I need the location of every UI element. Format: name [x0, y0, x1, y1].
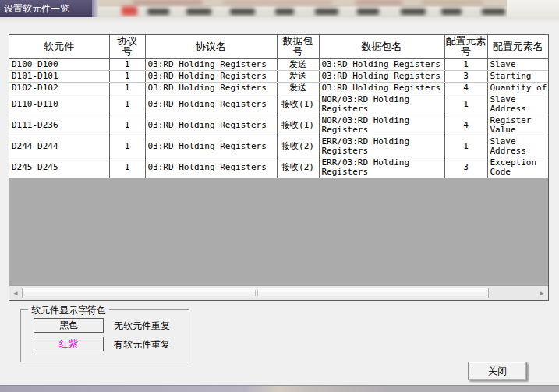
cell-packet-no: 接收(2) [277, 157, 319, 178]
table-header-row: 软元件 协议号 协议名 数据包号 数据包名 配置元素号 配置元素名 [9, 35, 548, 58]
cell-protocol-no: 1 [109, 157, 145, 178]
cell-packet-name: NOR/03:RD Holding Registers [319, 94, 444, 115]
column-header-packet-name: 数据包名 [319, 35, 444, 58]
blur-blob [356, 0, 402, 5]
no-duplicate-label: 无软元件重复 [114, 320, 170, 333]
titlebar-bottom-glass [0, 17, 559, 23]
page-title: 设置软元件一览 [0, 0, 92, 17]
cell-protocol-no: 1 [109, 94, 145, 115]
blur-blob [401, 9, 426, 15]
cell-element-name: Quantity of [487, 82, 548, 94]
cell-device: D100-D100 [9, 58, 109, 70]
blur-blob [421, 0, 483, 5]
cell-packet-no: 接收(1) [277, 115, 319, 136]
cell-protocol-no: 1 [109, 70, 145, 82]
cell-device: D244-D244 [9, 136, 109, 157]
close-dialog-button[interactable]: 关闭 [468, 362, 527, 380]
column-header-device: 软元件 [9, 35, 109, 58]
cell-element-name: Slave Address [487, 136, 548, 157]
column-header-element-name: 配置元素名 [487, 35, 548, 58]
cell-packet-name: ERR/03:RD Holding Registers [319, 157, 444, 178]
blur-blob [275, 9, 294, 15]
column-header-packet-no: 数据包号 [277, 35, 319, 58]
cell-packet-no: 接收(1) [277, 94, 319, 115]
scroll-right-icon: ► [539, 290, 545, 297]
window-bottom-edge [0, 385, 559, 392]
scroll-left-icon: ◄ [12, 290, 19, 297]
legend-group-title: 软元件显示字符色 [28, 304, 109, 317]
table-row: D245-D245 1 03:RD Holding Registers 接收(2… [9, 157, 548, 178]
background-window-blur [98, 0, 507, 17]
cell-element-no: 1 [444, 94, 487, 115]
blur-blob [315, 9, 338, 15]
cell-packet-name: 03:RD Holding Registers [319, 70, 444, 82]
cell-protocol-no: 1 [109, 82, 145, 94]
cell-protocol-name: 03:RD Holding Registers [145, 136, 277, 157]
cell-protocol-no: 1 [109, 136, 145, 157]
table-row: D100-D100 1 03:RD Holding Registers 发送 0… [9, 58, 548, 70]
scroll-right-button[interactable]: ► [536, 286, 548, 300]
cell-device: D110-D110 [9, 94, 109, 115]
cell-packet-name: NOR/03:RD Holding Registers [319, 115, 444, 136]
cell-packet-name: 03:RD Holding Registers [319, 82, 444, 94]
duplicate-label: 有软元件重复 [114, 338, 170, 351]
cell-element-name: Slave Address [487, 94, 548, 115]
magenta-color-swatch-button[interactable]: 红紫 [34, 337, 104, 351]
cell-packet-name: ERR/03:RD Holding Registers [319, 136, 444, 157]
cell-protocol-no: 1 [109, 115, 145, 136]
cell-protocol-name: 03:RD Holding Registers [145, 70, 277, 82]
blur-red-icon [122, 6, 137, 16]
table-row: D102-D102 1 03:RD Holding Registers 发送 0… [9, 82, 548, 94]
thumb-grip [253, 290, 253, 296]
column-header-element-no: 配置元素号 [444, 35, 487, 58]
horizontal-scrollbar[interactable]: ◄ ► [9, 285, 548, 300]
table-row: D101-D101 1 03:RD Holding Registers 发送 0… [9, 70, 548, 82]
cell-device: D111-D236 [9, 115, 109, 136]
table-row: D110-D110 1 03:RD Holding Registers 接收(1… [9, 94, 548, 115]
scroll-left-button[interactable]: ◄ [9, 286, 22, 300]
cell-element-no: 4 [444, 115, 487, 136]
titlebar-glass-edge [92, 0, 98, 17]
blur-blob [223, 0, 332, 5]
cell-protocol-name: 03:RD Holding Registers [145, 82, 277, 94]
cell-protocol-name: 03:RD Holding Registers [145, 157, 277, 178]
blur-blob [230, 9, 255, 15]
column-header-protocol-no: 协议号 [109, 35, 145, 58]
cell-element-no: 1 [444, 58, 487, 70]
black-color-swatch-button[interactable]: 黑色 [34, 318, 104, 333]
cell-device: D102-D102 [9, 82, 109, 94]
dialog-titlebar: 设置软元件一览 × [0, 0, 559, 17]
cell-element-no: 3 [444, 70, 487, 82]
cell-element-name: Slave [487, 58, 548, 70]
column-header-protocol-name: 协议名 [145, 35, 277, 58]
cell-element-name: Starting [487, 70, 548, 82]
cell-element-no: 1 [444, 136, 487, 157]
device-color-legend: 软元件显示字符色 黑色 无软元件重复 红紫 有软元件重复 [20, 309, 189, 362]
table-row: D244-D244 1 03:RD Holding Registers 接收(2… [9, 136, 548, 157]
blur-blob [186, 9, 211, 15]
cell-packet-no: 发送 [277, 70, 319, 82]
blur-blob [147, 9, 169, 15]
blur-blob [441, 9, 462, 15]
cell-protocol-name: 03:RD Holding Registers [145, 115, 277, 136]
cell-element-name: Register Value [487, 115, 548, 136]
cell-packet-no: 发送 [277, 82, 319, 94]
cell-element-no: 4 [444, 82, 487, 94]
cell-protocol-name: 03:RD Holding Registers [145, 58, 277, 70]
device-table: 软元件 协议号 协议名 数据包号 数据包名 配置元素号 配置元素名 D100-D… [9, 35, 548, 178]
cell-packet-no: 发送 [277, 58, 319, 70]
cell-element-no: 3 [444, 157, 487, 178]
blur-blob [357, 9, 379, 15]
cell-packet-no: 接收(2) [277, 136, 319, 157]
cell-protocol-name: 03:RD Holding Registers [145, 94, 277, 115]
cell-protocol-no: 1 [109, 58, 145, 70]
cell-device: D245-D245 [9, 157, 109, 178]
cell-element-name: Exception Code [487, 157, 548, 178]
titlebar-close-area: × [507, 0, 559, 17]
blur-blob [133, 0, 203, 5]
device-table-frame: 软元件 协议号 协议名 数据包号 数据包名 配置元素号 配置元素名 D100-D… [9, 34, 549, 301]
table-row: D111-D236 1 03:RD Holding Registers 接收(1… [9, 115, 548, 136]
scrollbar-thumb[interactable] [22, 288, 489, 298]
cell-packet-name: 03:RD Holding Registers [319, 58, 444, 70]
blur-blob [482, 9, 505, 15]
